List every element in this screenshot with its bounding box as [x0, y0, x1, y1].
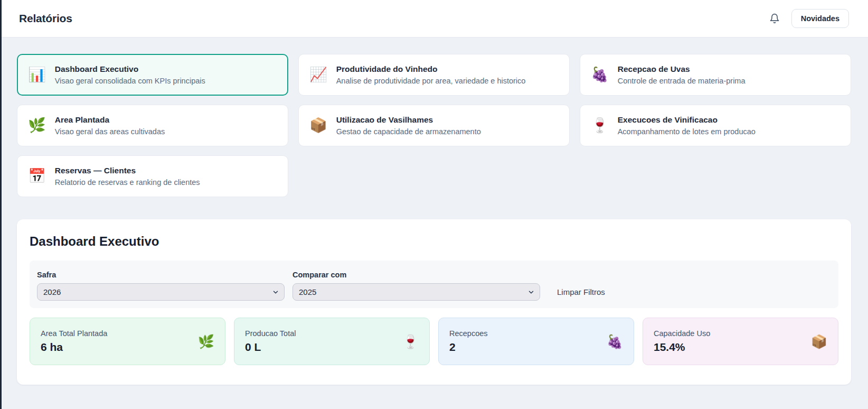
main-content: 📊 Dashboard Executivo Visao geral consol… — [0, 38, 868, 385]
report-card-title: Execucoes de Vinificacao — [618, 115, 756, 125]
report-card-produtividade-vinhedo[interactable]: 📈 Produtividade do Vinhedo Analise de pr… — [298, 54, 570, 96]
comparar-com-select[interactable]: 2025 — [293, 283, 540, 301]
report-card-text: Utilizacao de Vasilhames Gestao de capac… — [336, 115, 481, 136]
kpi-area-total-plantada: Area Total Plantada 6 ha 🌿 — [30, 318, 225, 365]
report-card-utilizacao-vasilhames[interactable]: 📦 Utilizacao de Vasilhames Gestao de cap… — [298, 105, 570, 146]
novidades-button[interactable]: Novidades — [791, 9, 849, 28]
kpi-label: Capacidade Uso — [654, 329, 710, 338]
kpi-value: 15.4% — [654, 341, 710, 354]
report-card-execucoes-vinificacao[interactable]: 🍷 Execucoes de Vinificacao Acompanhament… — [580, 105, 851, 146]
kpi-capacidade-uso: Capacidade Uso 15.4% 📦 — [643, 318, 838, 365]
kpi-text: Capacidade Uso 15.4% — [654, 329, 710, 354]
notifications-button[interactable] — [769, 13, 780, 24]
comparar-com-label: Comparar com — [293, 271, 540, 279]
report-card-title: Produtividade do Vinhedo — [336, 64, 526, 74]
report-card-title: Area Plantada — [55, 115, 165, 125]
report-card-subtitle: Relatorio de reservas e ranking de clien… — [55, 178, 200, 187]
report-card-subtitle: Analise de produtividade por area, varie… — [336, 77, 526, 85]
kpi-text: Area Total Plantada 6 ha — [41, 329, 107, 354]
herb-icon: 🌿 — [28, 118, 46, 133]
safra-select-wrap: 2026 — [37, 283, 285, 301]
dashboard-executivo-panel: Dashboard Executivo Safra 2026 Comparar … — [17, 219, 851, 385]
kpi-label: Area Total Plantada — [41, 329, 107, 338]
report-card-title: Dashboard Executivo — [55, 64, 205, 74]
comparar-select-wrap: 2025 — [293, 283, 540, 301]
safra-label: Safra — [37, 271, 285, 279]
wine-glass-icon: 🍷 — [591, 118, 609, 133]
report-card-subtitle: Visao geral das areas cultivadas — [55, 127, 165, 136]
report-card-area-plantada[interactable]: 🌿 Area Plantada Visao geral das areas cu… — [17, 105, 288, 146]
header-actions: Novidades — [769, 9, 849, 28]
safra-filter-group: Safra 2026 — [37, 271, 285, 301]
page-title: Relatórios — [19, 12, 72, 25]
report-card-subtitle: Controle de entrada de materia-prima — [618, 77, 746, 85]
sidebar-edge — [0, 0, 2, 409]
report-card-text: Produtividade do Vinhedo Analise de prod… — [336, 64, 526, 85]
report-card-title: Utilizacao de Vasilhames — [336, 115, 481, 125]
calendar-icon: 📅 — [28, 169, 46, 183]
kpi-text: Recepcoes 2 — [449, 329, 488, 354]
bell-icon — [769, 13, 780, 24]
filter-bar: Safra 2026 Comparar com 2025 — [30, 261, 838, 308]
report-card-subtitle: Gestao de capacidade de armazenamento — [336, 127, 481, 136]
report-card-subtitle: Visao geral consolidada com KPIs princip… — [55, 77, 205, 85]
kpi-recepcoes: Recepcoes 2 🍇 — [438, 318, 634, 365]
report-card-dashboard-executivo[interactable]: 📊 Dashboard Executivo Visao geral consol… — [17, 54, 288, 96]
report-card-text: Execucoes de Vinificacao Acompanhamento … — [618, 115, 756, 136]
kpi-producao-total: Producao Total 0 L 🍷 — [234, 318, 430, 365]
grapes-icon: 🍇 — [591, 68, 609, 82]
chart-increasing-icon: 📈 — [309, 68, 327, 82]
package-icon: 📦 — [309, 118, 327, 133]
wine-glass-icon: 🍷 — [402, 335, 419, 348]
report-cards-grid: 📊 Dashboard Executivo Visao geral consol… — [17, 54, 851, 197]
limpar-filtros-button[interactable]: Limpar Filtros — [557, 287, 605, 296]
kpi-text: Producao Total 0 L — [245, 329, 296, 354]
report-card-text: Area Plantada Visao geral das areas cult… — [55, 115, 165, 136]
report-card-text: Recepcao de Uvas Controle de entrada de … — [618, 64, 746, 85]
report-card-reservas-clientes[interactable]: 📅 Reservas — Clientes Relatorio de reser… — [17, 155, 288, 197]
report-card-subtitle: Acompanhamento de lotes em producao — [618, 127, 756, 136]
comparar-filter-group: Comparar com 2025 — [293, 271, 540, 301]
report-card-title: Recepcao de Uvas — [618, 64, 746, 74]
kpi-value: 6 ha — [41, 341, 107, 354]
top-header: Relatórios Novidades — [0, 0, 868, 38]
report-card-text: Reservas — Clientes Relatorio de reserva… — [55, 166, 200, 187]
kpi-value: 0 L — [245, 341, 296, 354]
report-card-text: Dashboard Executivo Visao geral consolid… — [55, 64, 205, 85]
herb-icon: 🌿 — [198, 335, 214, 348]
report-card-title: Reservas — Clientes — [55, 166, 200, 175]
panel-title: Dashboard Executivo — [30, 234, 838, 249]
package-icon: 📦 — [811, 335, 827, 348]
bar-chart-icon: 📊 — [28, 68, 46, 82]
report-card-recepcao-uvas[interactable]: 🍇 Recepcao de Uvas Controle de entrada d… — [580, 54, 851, 96]
kpi-value: 2 — [449, 341, 488, 354]
kpi-label: Producao Total — [245, 329, 296, 338]
safra-select[interactable]: 2026 — [37, 283, 285, 301]
grapes-icon: 🍇 — [607, 335, 623, 348]
kpi-label: Recepcoes — [449, 329, 488, 338]
kpi-grid: Area Total Plantada 6 ha 🌿 Producao Tota… — [30, 318, 838, 365]
